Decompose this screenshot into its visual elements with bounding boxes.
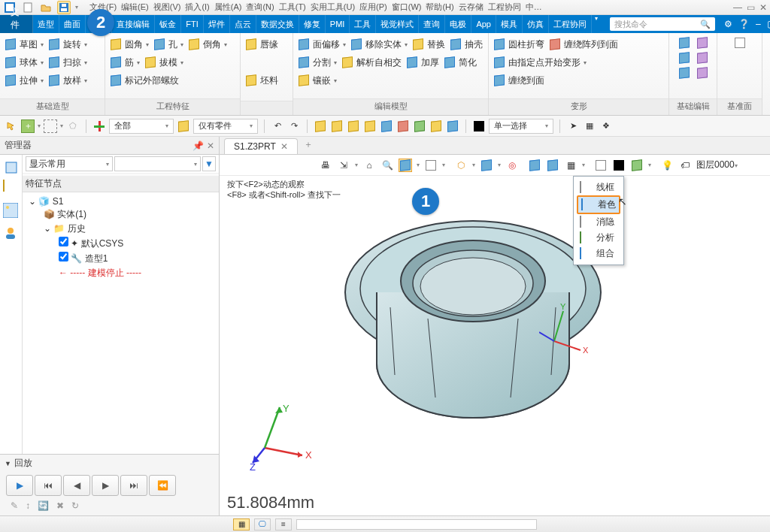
rect-icon[interactable] [44, 119, 57, 133]
btn-rib[interactable]: 筋▾ [110, 54, 140, 71]
select-parts[interactable]: 仅有零件▾ [193, 119, 258, 134]
btn-split[interactable]: 分割▾ [298, 54, 337, 71]
btn-shell[interactable]: 抽壳 [450, 36, 483, 53]
help-icon[interactable]: ❔ [738, 19, 750, 29]
btn-sphere[interactable]: 球体▾ [5, 54, 44, 71]
btn-thicken[interactable]: 加厚 [406, 54, 439, 71]
tab-query[interactable]: 查询 [419, 15, 445, 33]
btn-extrude[interactable]: 拉伸▾ [5, 72, 44, 89]
minimize-icon[interactable]: — [733, 2, 742, 13]
grid-icon[interactable]: ▦ [583, 119, 596, 133]
menu-insert[interactable]: 插入(I) [184, 1, 210, 14]
menu-analyze[interactable]: 分析 [577, 230, 620, 246]
tab-sheet[interactable]: 钣金 [155, 15, 181, 33]
btn-wrap[interactable]: 缠绕到面 [493, 72, 544, 89]
tree-feat-check[interactable] [59, 252, 68, 261]
btn-intersect[interactable]: 解析自相交 [341, 54, 402, 71]
search-input[interactable]: 搜找命令🔍 [610, 17, 715, 31]
menu-cloud[interactable]: 云存储 [458, 1, 484, 14]
tree-csys[interactable]: 默认CSYS [81, 238, 124, 249]
tree-csys-check[interactable] [59, 237, 68, 246]
qat-dropdown-icon[interactable]: ▾ [75, 4, 78, 11]
child-min-icon[interactable]: – [756, 19, 761, 29]
select-icon[interactable] [5, 119, 18, 133]
menu-app[interactable]: 应用(P) [359, 1, 388, 14]
redo-icon[interactable]: ↷ [287, 119, 301, 133]
btn-sketch[interactable]: 草图▾ [5, 36, 44, 53]
redo2-icon[interactable]: ↻ [71, 500, 79, 511]
btn-del[interactable] [696, 66, 709, 80]
vt-image-icon[interactable] [3, 203, 20, 219]
step-back-button[interactable]: ⏮ [35, 475, 62, 496]
feature-tree[interactable]: 特征节点 ⌄ 🧊 S1 📦 实体(1) ⌄ 📁 历史 ✦ 默认CSYS 🔧 造型… [23, 176, 219, 454]
tab-tools[interactable]: 工具 [350, 15, 376, 33]
tab-sim[interactable]: 仿真 [523, 15, 549, 33]
menu-help[interactable]: 帮助(H) [425, 1, 454, 14]
pal-6[interactable] [396, 119, 410, 133]
tab-collab2[interactable]: 工程协同 [549, 15, 592, 33]
tab-fti[interactable]: FTI [181, 15, 204, 33]
tab-style[interactable]: 视觉样式 [376, 15, 419, 33]
tab-mold[interactable]: 模具 [496, 15, 523, 33]
btn-replace[interactable]: 替换 [412, 36, 445, 53]
btn-mirror[interactable] [678, 51, 691, 65]
btn-cylbend[interactable]: 圆柱折弯 [493, 36, 544, 53]
tab-model[interactable]: 造型 [33, 15, 59, 33]
tab-overflow-icon[interactable]: ▾ [592, 15, 601, 33]
doc-tab[interactable]: S1.Z3PRT✕ [224, 138, 298, 154]
rewind-button[interactable]: ⏪ [149, 475, 176, 496]
menu-query[interactable]: 查询(N) [245, 1, 274, 14]
menu-props[interactable]: 属性(A) [214, 1, 243, 14]
tab-electrode[interactable]: 电极 [445, 15, 471, 33]
tab-direct[interactable]: 直接编辑 [112, 15, 155, 33]
menu-view[interactable]: 视图(V) [153, 1, 182, 14]
tree-root[interactable]: S1 [53, 196, 64, 207]
pal-7[interactable] [413, 119, 426, 133]
tree-body[interactable]: 实体(1) [57, 209, 86, 219]
menu-shade[interactable]: 着色 [577, 195, 620, 214]
single-select[interactable]: 单一选择▾ [489, 119, 553, 134]
btn-hole[interactable]: 孔▾ [153, 36, 183, 53]
btn-scale[interactable] [678, 66, 691, 80]
menu-more[interactable]: 中… [525, 1, 543, 14]
tree-history[interactable]: 历史 [68, 223, 86, 234]
menu-util[interactable]: 实用工具(U) [310, 1, 356, 14]
add-icon[interactable]: ＋ [21, 119, 35, 133]
tree-feature1[interactable]: 造型1 [85, 253, 108, 264]
tab-weld[interactable]: 焊件 [204, 15, 230, 33]
qat-save-icon[interactable] [57, 1, 71, 14]
maximize-icon[interactable]: ▭ [747, 2, 755, 13]
undo-icon[interactable]: ↶ [271, 119, 284, 133]
btn-chamfer[interactable]: 倒角▾ [188, 36, 227, 53]
step-fwd-button[interactable]: ⏭ [120, 475, 147, 496]
gear-icon[interactable]: ⚙ [724, 19, 732, 29]
btn-sweep[interactable]: 扫掠▾ [48, 54, 87, 71]
sb-view1[interactable]: ▦ [233, 518, 250, 530]
menu-wireframe[interactable]: 线框 [577, 180, 620, 195]
pal-3[interactable] [347, 119, 360, 133]
btn-loft[interactable]: 放样▾ [48, 72, 87, 89]
qat-new-icon[interactable] [21, 1, 35, 14]
close-panel-icon[interactable]: ✕ [207, 141, 214, 151]
child-max-icon[interactable]: ▢ [767, 19, 770, 29]
btn-copy[interactable] [696, 36, 709, 50]
qat-open-icon[interactable] [39, 1, 53, 14]
tab-close-icon[interactable]: ✕ [280, 141, 288, 152]
btn-stock[interactable]: 坯料 [245, 72, 278, 89]
sq-black[interactable] [472, 119, 486, 133]
btn-tessellate[interactable]: 镶嵌▾ [298, 72, 337, 89]
next-button[interactable]: ▶ [92, 475, 119, 496]
btn-move[interactable] [678, 36, 691, 50]
pin-icon[interactable]: 📌 [192, 141, 204, 151]
btn-pattern[interactable] [696, 51, 709, 65]
btn-simplify[interactable]: 简化 [444, 54, 477, 71]
btn-draft[interactable]: 拔模▾ [144, 54, 183, 71]
roll-icon[interactable]: 🔄 [38, 500, 49, 511]
sidebar-filter-combo[interactable]: ▾ [114, 156, 202, 171]
btn-wrap-array[interactable]: 缠绕阵列到面 [549, 36, 618, 53]
sb-view3[interactable]: ≡ [275, 518, 292, 530]
sidebar-display-combo[interactable]: 显示常用▾ [26, 156, 113, 171]
menu-hidden[interactable]: 消隐 [577, 214, 620, 230]
pal-5[interactable] [380, 119, 393, 133]
sb-view2[interactable]: 🖵 [254, 518, 271, 530]
